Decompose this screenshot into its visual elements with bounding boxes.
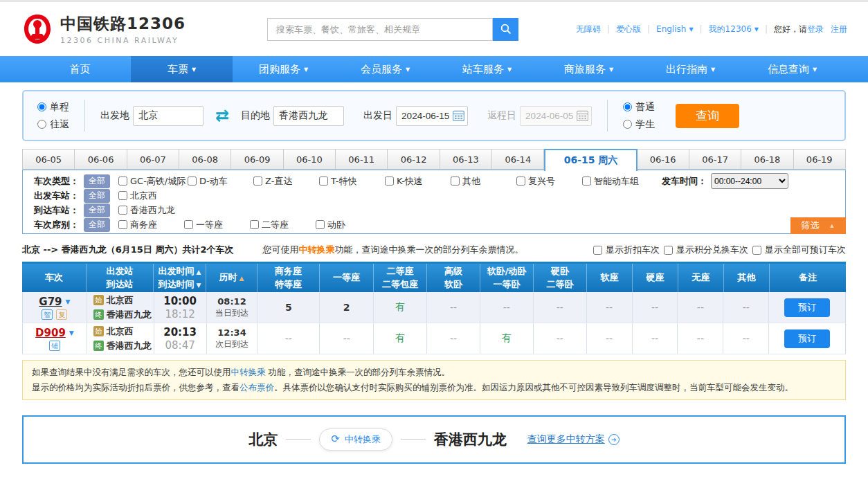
normal-radio[interactable] [623,102,632,111]
show-points-checkbox[interactable] [664,246,673,255]
filter-checkbox[interactable] [253,177,262,186]
show-discount-option[interactable]: 显示折扣车次 [593,244,660,256]
filter-checkbox[interactable] [188,177,197,186]
student-radio[interactable] [623,120,632,129]
date-tab[interactable]: 06-05 [22,149,75,170]
date-tab[interactable]: 06-17 [689,149,741,170]
my-12306-link[interactable]: 我的12306 [709,24,752,35]
book-button[interactable]: 预订 [784,329,830,348]
filter-option[interactable]: 智能动车组 [582,175,651,188]
date-tab[interactable]: 06-09 [231,149,283,170]
filter-checkbox[interactable] [118,191,127,200]
train-link[interactable]: D909 [35,327,66,339]
swap-stations-icon[interactable]: ⇄ [215,107,229,124]
train-link[interactable]: G79 [39,296,62,308]
filter-option[interactable]: GC-高铁/城际 [118,175,188,188]
query-button[interactable]: 查询 [676,104,739,128]
normal-option[interactable]: 普通 [623,101,655,114]
depart-time-select[interactable]: 00:00--24:00 [711,173,788,189]
filter-option[interactable]: 动卧 [316,219,381,231]
filter-option[interactable]: 香港西九龙 [118,204,184,217]
filter-checkbox[interactable] [516,177,525,186]
show-all-bookable-option[interactable]: 显示全部可预订车次 [752,244,846,256]
date-tab-active[interactable]: 06-15 周六 [544,149,637,171]
date-tab[interactable]: 06-11 [336,149,388,170]
all-badge[interactable]: 全部 [84,189,110,203]
date-tab[interactable]: 06-19 [794,149,846,170]
book-button[interactable]: 预订 [784,298,830,317]
site-logo[interactable]: 中国铁路12306 12306 CHINA RAILWAY [21,12,186,46]
calendar-icon[interactable] [453,110,464,121]
nav-group-services[interactable]: 团购服务▼ [233,56,334,82]
to-station-input[interactable] [273,106,344,126]
filter-option[interactable]: T-特快 [319,175,385,188]
filter-checkbox[interactable] [250,220,259,229]
filter-checkbox[interactable] [451,177,460,186]
filter-option[interactable]: 复兴号 [516,175,582,188]
date-tab[interactable]: 06-13 [440,149,492,170]
seat-business: 5 [257,292,320,323]
care-version-link[interactable]: 爱心版 [616,24,641,35]
filter-option[interactable]: 二等座 [250,219,316,231]
date-tab[interactable]: 06-08 [179,149,231,170]
filter-option[interactable]: 北京西 [118,190,184,202]
col-times-sortable[interactable]: 出发时间▲ 到达时间▼ [154,264,206,292]
col-duration-sortable[interactable]: 历时▲ [206,264,257,292]
filter-checkbox[interactable] [582,177,591,186]
accessibility-link[interactable]: 无障碍 [576,24,601,35]
show-points-option[interactable]: 显示积分兑换车次 [664,244,748,256]
round-trip-option[interactable]: 往返 [37,118,69,131]
register-link[interactable]: 注册 [831,24,847,35]
nav-member-services[interactable]: 会员服务▼ [334,56,436,82]
transfer-link[interactable]: 中转换乘 [231,367,266,377]
chevron-down-icon[interactable]: ▼ [69,329,74,336]
nav-travel-guide[interactable]: 出行指南▼ [640,56,741,82]
filter-option[interactable]: D-动车 [188,175,253,188]
date-tab[interactable]: 06-07 [127,149,179,170]
date-tab[interactable]: 06-10 [284,149,336,170]
date-tab[interactable]: 06-12 [388,149,440,170]
filter-checkbox[interactable] [118,206,127,215]
from-station-input[interactable] [133,106,204,126]
more-transfer-plans-link[interactable]: 查询更多中转方案 [527,433,605,446]
show-discount-checkbox[interactable] [593,246,602,255]
date-tab[interactable]: 06-06 [75,149,127,170]
arrow-circle-icon[interactable]: ➔ [608,434,620,445]
one-way-radio[interactable] [37,102,46,111]
one-way-option[interactable]: 单程 [37,101,69,114]
search-input[interactable] [267,18,493,41]
date-tab[interactable]: 06-18 [741,149,793,170]
transfer-pill-button[interactable]: ⟳ 中转换乘 [319,428,392,451]
nav-home[interactable]: 首页 [29,56,131,82]
student-option[interactable]: 学生 [623,118,655,131]
chevron-down-icon[interactable]: ▼ [66,298,71,305]
nav-info-query[interactable]: 信息查询▼ [741,56,843,82]
filter-checkbox[interactable] [385,177,394,186]
nav-tickets[interactable]: 车票▼ [131,56,233,82]
round-trip-radio[interactable] [37,120,46,129]
filter-option[interactable]: Z-直达 [253,175,319,188]
filter-option[interactable]: K-快速 [385,175,451,188]
filter-checkbox[interactable] [316,220,325,229]
nav-business-travel[interactable]: 商旅服务▼ [538,56,640,82]
filter-option[interactable]: 一等座 [184,219,250,231]
transfer-section: 北京 ⟳ 中转换乘 香港西九龙 查询更多中转方案 ➔ [22,415,846,464]
all-badge[interactable]: 全部 [84,174,110,188]
filter-option[interactable]: 商务座 [118,219,184,231]
filter-checkbox[interactable] [118,220,127,229]
all-badge[interactable]: 全部 [84,218,110,232]
filter-checkbox[interactable] [319,177,328,186]
show-all-bookable-checkbox[interactable] [752,246,761,255]
english-link[interactable]: English [656,24,686,34]
date-tab[interactable]: 06-14 [492,149,544,170]
filter-option[interactable]: 其他 [451,175,516,188]
nav-station-services[interactable]: 站车服务▼ [436,56,538,82]
search-button[interactable] [493,18,518,41]
published-price-link[interactable]: 公布票价 [239,382,274,392]
filter-toggle-button[interactable]: 筛选▲ [790,217,846,234]
filter-checkbox[interactable] [184,220,193,229]
all-badge[interactable]: 全部 [84,204,110,217]
filter-checkbox[interactable] [118,177,127,186]
login-link[interactable]: 登录 [807,24,824,35]
date-tab[interactable]: 06-16 [638,149,689,170]
